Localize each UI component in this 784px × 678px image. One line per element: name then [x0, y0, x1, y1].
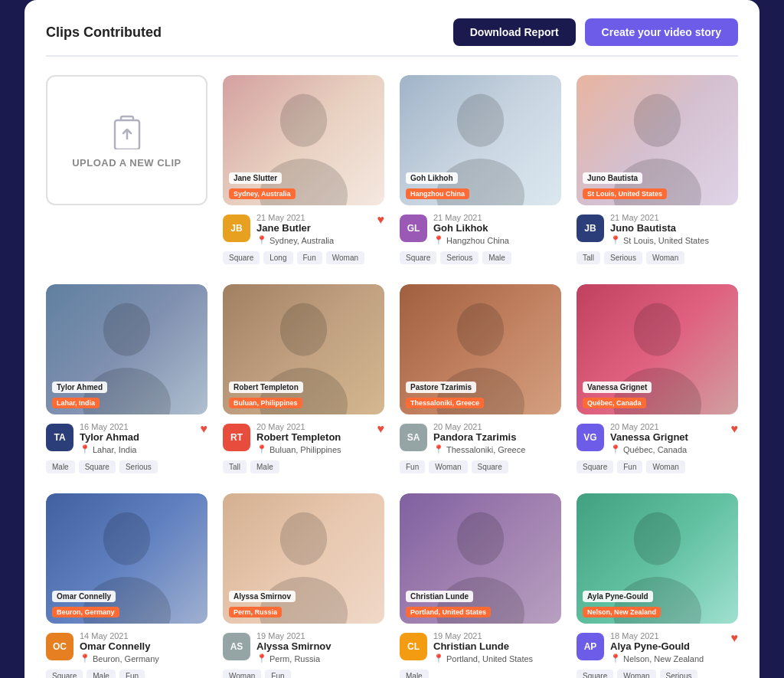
- clip-name: Juno Bautista: [610, 222, 738, 234]
- clip-overlay-name: Alyssa Smirnov: [229, 591, 296, 602]
- clip-card-tylor-ahmad[interactable]: Tylor Ahmed Lahar, India TA 16 May 2021 …: [46, 284, 207, 478]
- clip-card-omar-connelly[interactable]: Omar Connelly Beuron, Germany OC 14 May …: [46, 493, 207, 678]
- clip-location: 📍Beuron, Germany: [80, 653, 207, 663]
- clip-overlay-name: Vanessa Grignet: [583, 382, 652, 393]
- clip-location: 📍Buluan, Philippines: [256, 444, 371, 454]
- avatar-omar-connelly: OC: [46, 633, 74, 660]
- clip-overlay-location: Beuron, Germany: [52, 607, 119, 617]
- clip-info-alyssa-smirnov: AS 19 May 2021 Alyssa Smirnov 📍Perm, Rus…: [223, 624, 384, 678]
- clip-overlay-name: Robert Templeton: [229, 382, 303, 393]
- clip-card-christian-lunde[interactable]: Christian Lunde Portland, United States …: [400, 493, 561, 678]
- svg-point-5: [634, 94, 681, 147]
- clip-image-christian-lunde: Christian Lunde Portland, United States: [400, 493, 561, 624]
- clip-info-omar-connelly: OC 14 May 2021 Omar Connelly 📍Beuron, Ge…: [46, 624, 207, 678]
- upload-label: UPLOAD A NEW CLIP: [72, 157, 181, 169]
- svg-point-17: [280, 513, 327, 565]
- tag-male: Male: [400, 670, 429, 678]
- heart-icon-tylor-ahmad[interactable]: ♥: [201, 422, 208, 436]
- tag-square: Square: [400, 251, 436, 264]
- person-figure: [223, 75, 384, 205]
- clip-tags-juno-bautista: TallSeriousWoman: [577, 251, 738, 264]
- clip-overlay-name: Jane Slutter: [229, 172, 282, 184]
- location-pin-icon: 📍: [256, 444, 267, 454]
- clip-details-robert-templeton: 20 May 2021 Robert Templeton 📍Buluan, Ph…: [256, 422, 371, 454]
- clip-name: Vanessa Grignet: [610, 431, 725, 443]
- tag-square: Square: [79, 460, 116, 473]
- clip-overlay-name: Pastore Tzarimis: [406, 382, 476, 393]
- clip-card-vanessa-grignet[interactable]: Vanessa Grignet Québec, Canada VG 20 May…: [577, 284, 738, 478]
- app-container: Clips Contributed Download Report Create…: [24, 0, 760, 678]
- clip-tags-alya-pyne-gould: SquareWomanSerious: [577, 670, 738, 678]
- clip-tags-goh-likhok: SquareSeriousMale: [400, 251, 561, 264]
- clip-location: 📍Québec, Canada: [610, 444, 725, 454]
- clip-info-robert-templeton: RT 20 May 2021 Robert Templeton 📍Buluan,…: [223, 414, 384, 478]
- heart-icon-robert-templeton[interactable]: ♥: [377, 422, 385, 436]
- tag-woman: Woman: [646, 460, 684, 473]
- clip-overlay-location: Perm, Russia: [229, 607, 282, 617]
- clip-name: Goh Likhok: [433, 222, 561, 234]
- clip-overlay-location: St Louis, United States: [583, 188, 667, 199]
- clip-card-goh-likhok[interactable]: Goh Likhoh Hangzhou China GL 21 May 2021…: [400, 75, 561, 269]
- heart-icon-vanessa-grignet[interactable]: ♥: [731, 422, 739, 436]
- clip-location: 📍Portland, United States: [433, 653, 561, 663]
- create-video-story-button[interactable]: Create your video story: [585, 18, 738, 46]
- clip-overlay-name: Juno Bautista: [583, 172, 642, 184]
- tag-woman: Woman: [617, 670, 655, 678]
- clip-tags-robert-templeton: TallMale: [223, 460, 384, 473]
- location-pin-icon: 📍: [80, 444, 90, 454]
- tag-tall: Tall: [223, 460, 247, 473]
- person-figure: [577, 284, 738, 414]
- clip-card-jane-butler[interactable]: Jane Slutter Sydney, Australia JB 21 May…: [223, 75, 384, 269]
- clip-overlay-location: Nelson, New Zealand: [583, 607, 661, 617]
- clip-location: 📍Nelson, New Zealand: [610, 653, 725, 663]
- clip-card-pandora-tzarimis[interactable]: Pastore Tzarimis Thessaloniki, Greece SA…: [400, 284, 561, 478]
- tag-fun: Fun: [617, 460, 642, 473]
- page-title: Clips Contributed: [46, 25, 162, 41]
- clip-name: Robert Templeton: [256, 431, 371, 443]
- svg-point-19: [457, 513, 504, 565]
- tag-fun: Fun: [297, 251, 322, 264]
- clip-info-goh-likhok: GL 21 May 2021 Goh Likhok 📍Hangzhou Chin…: [400, 205, 561, 269]
- clip-date: 20 May 2021: [610, 422, 725, 431]
- clip-location: 📍Hangzhou China: [433, 235, 561, 245]
- tag-male: Male: [87, 670, 116, 678]
- tag-fun: Fun: [265, 670, 290, 678]
- clip-meta-robert-templeton: RT 20 May 2021 Robert Templeton 📍Buluan,…: [223, 422, 384, 454]
- clip-image-alyssa-smirnov: Alyssa Smirnov Perm, Russia: [223, 493, 384, 624]
- avatar-vanessa-grignet: VG: [577, 424, 604, 451]
- clip-details-alya-pyne-gould: 18 May 2021 Alya Pyne-Gould 📍Nelson, New…: [610, 631, 725, 663]
- heart-icon-jane-butler[interactable]: ♥: [377, 213, 385, 227]
- clip-date: 16 May 2021: [80, 422, 194, 431]
- clip-meta-tylor-ahmad: TA 16 May 2021 Tylor Ahmad 📍Lahar, India…: [46, 422, 207, 454]
- clip-meta-vanessa-grignet: VG 20 May 2021 Vanessa Grignet 📍Québec, …: [577, 422, 738, 454]
- tag-fun: Fun: [119, 670, 145, 678]
- tag-woman: Woman: [326, 251, 364, 264]
- upload-card[interactable]: UPLOAD A NEW CLIP: [46, 75, 207, 205]
- tag-male: Male: [46, 460, 75, 473]
- location-pin-icon: 📍: [80, 653, 90, 663]
- heart-icon-alya-pyne-gould[interactable]: ♥: [731, 631, 739, 645]
- clip-card-alya-pyne-gould[interactable]: Ayla Pyne-Gould Nelson, New Zealand AP 1…: [577, 493, 738, 678]
- clip-card-juno-bautista[interactable]: Juno Bautista St Louis, United States JB…: [577, 75, 738, 269]
- clip-name: Pandora Tzarimis: [433, 431, 561, 443]
- clip-overlay-location: Portland, United States: [406, 607, 491, 617]
- svg-point-15: [103, 513, 150, 565]
- clip-details-jane-butler: 21 May 2021 Jane Butler 📍Sydney, Austral…: [256, 213, 371, 245]
- clip-meta-jane-butler: JB 21 May 2021 Jane Butler 📍Sydney, Aust…: [223, 213, 384, 245]
- download-report-button[interactable]: Download Report: [453, 18, 576, 46]
- tag-serious: Serious: [440, 251, 479, 264]
- clip-details-alyssa-smirnov: 19 May 2021 Alyssa Smirnov 📍Perm, Russia: [256, 631, 384, 663]
- header-actions: Download Report Create your video story: [453, 18, 738, 46]
- tag-male: Male: [482, 251, 511, 264]
- clip-card-alyssa-smirnov[interactable]: Alyssa Smirnov Perm, Russia AS 19 May 20…: [223, 493, 384, 678]
- clip-overlay-location: Sydney, Australia: [229, 188, 296, 199]
- clip-card-robert-templeton[interactable]: Robert Templeton Buluan, Philippines RT …: [223, 284, 384, 478]
- clip-overlay-location: Buluan, Philippines: [229, 398, 302, 408]
- location-pin-icon: 📍: [610, 235, 621, 245]
- tag-square: Square: [577, 670, 613, 678]
- clip-date: 20 May 2021: [256, 422, 371, 431]
- avatar-jane-butler: JB: [223, 215, 250, 242]
- clip-image-pandora-tzarimis: Pastore Tzarimis Thessaloniki, Greece: [400, 284, 561, 414]
- location-pin-icon: 📍: [256, 653, 267, 663]
- svg-point-7: [103, 303, 150, 356]
